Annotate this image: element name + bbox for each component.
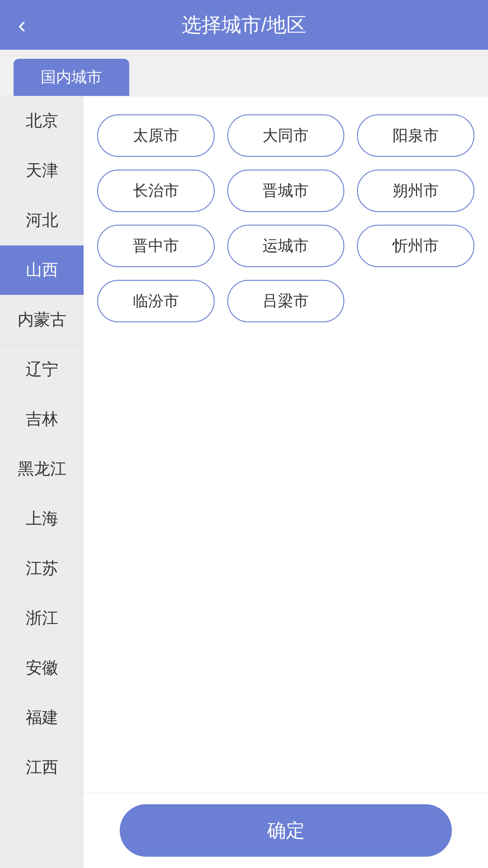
city-button[interactable]: 临汾市	[97, 280, 215, 322]
city-button[interactable]: 吕梁市	[227, 280, 345, 322]
city-button[interactable]: 晋城市	[227, 170, 345, 212]
sidebar-item-shanghai[interactable]: 上海	[0, 494, 84, 544]
page-title: 选择城市/地区	[182, 12, 306, 38]
city-button[interactable]: 朔州市	[357, 170, 474, 212]
sidebar-item-jiangxi[interactable]: 江西	[0, 743, 84, 793]
city-grid: 太原市大同市阳泉市长治市晋城市朔州市晋中市运城市忻州市临汾市吕梁市	[97, 110, 474, 327]
city-button[interactable]: 太原市	[97, 114, 215, 157]
back-button[interactable]: ‹	[18, 13, 26, 37]
sidebar-item-jilin[interactable]: 吉林	[0, 395, 84, 444]
header: ‹ 选择城市/地区	[0, 0, 488, 50]
sidebar-item-neimenggu[interactable]: 内蒙古	[0, 295, 84, 345]
main-layout: 北京天津河北山西内蒙古辽宁吉林黑龙江上海江苏浙江安徽福建江西 太原市大同市阳泉市…	[0, 96, 488, 868]
sidebar-item-tianjin[interactable]: 天津	[0, 146, 84, 196]
city-button[interactable]: 大同市	[227, 114, 345, 157]
sidebar-item-jiangsu[interactable]: 江苏	[0, 544, 84, 594]
sidebar-item-zhejiang[interactable]: 浙江	[0, 594, 84, 643]
sidebar-item-beijing[interactable]: 北京	[0, 96, 84, 146]
city-button[interactable]: 忻州市	[357, 225, 474, 267]
city-button[interactable]: 长治市	[97, 170, 215, 212]
sidebar-item-hebei[interactable]: 河北	[0, 196, 84, 245]
city-button[interactable]: 运城市	[227, 225, 345, 267]
city-content: 太原市大同市阳泉市长治市晋城市朔州市晋中市运城市忻州市临汾市吕梁市 确定	[84, 96, 488, 868]
sidebar-item-fujian[interactable]: 福建	[0, 693, 84, 743]
bottom-bar: 确定	[84, 793, 488, 868]
sidebar-item-anhui[interactable]: 安徽	[0, 643, 84, 693]
sidebar-item-shanxi[interactable]: 山西	[0, 245, 84, 295]
confirm-button[interactable]: 确定	[120, 804, 452, 857]
city-button[interactable]: 阳泉市	[357, 114, 474, 157]
sidebar-item-heilongjiang[interactable]: 黑龙江	[0, 444, 84, 494]
region-sidebar: 北京天津河北山西内蒙古辽宁吉林黑龙江上海江苏浙江安徽福建江西	[0, 96, 84, 868]
city-button[interactable]: 晋中市	[97, 225, 215, 267]
tab-bar: 国内城市	[0, 50, 488, 96]
sidebar-item-liaoning[interactable]: 辽宁	[0, 345, 84, 395]
tab-domestic-cities[interactable]: 国内城市	[14, 59, 129, 96]
